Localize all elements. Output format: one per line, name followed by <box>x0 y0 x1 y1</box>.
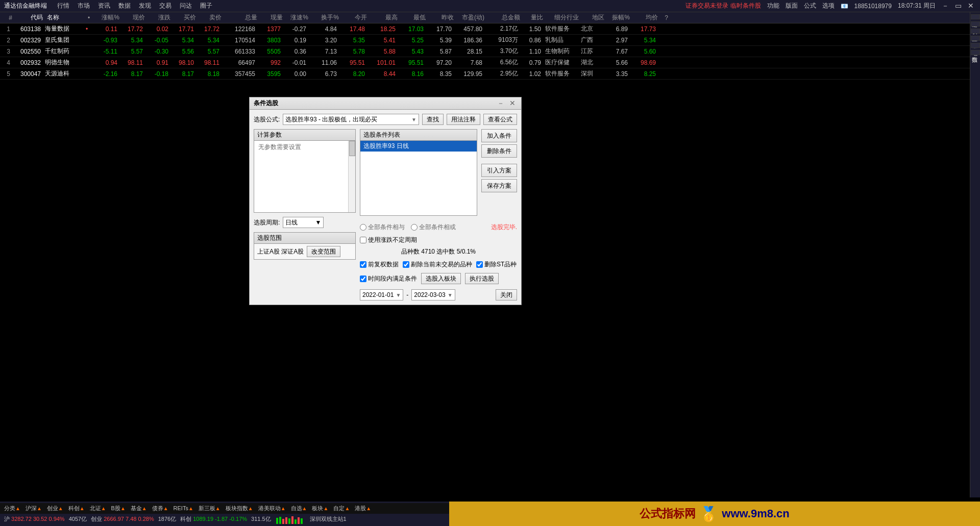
range-group: 选股范围 上证A股 深证A股 改变范围 <box>254 232 356 260</box>
conditions-area: 选股条件列表 选股胜率93 日线 加入条件 删除条件 引入方案 保存方案 <box>360 129 517 219</box>
condition-item[interactable]: 选股胜率93 日线 <box>360 141 477 152</box>
stats-text: 品种数 4710 选中数 5/0.1% <box>401 247 476 256</box>
dialog-title: 条件选股 <box>254 99 278 108</box>
period-select[interactable]: 日线 ▼ <box>283 217 324 228</box>
period-row: 选股周期: 日线 ▼ <box>254 217 356 228</box>
add-condition-button[interactable]: 加入条件 <box>481 129 517 142</box>
conditions-list-header: 选股条件列表 <box>360 130 477 141</box>
date-start-value: 2022-01-01 <box>362 291 394 298</box>
restore-rights-checkbox[interactable]: 前复权数据 <box>360 260 399 269</box>
execute-button[interactable]: 执行选股 <box>465 273 499 284</box>
period-select-arrow: ▼ <box>315 219 321 226</box>
conditions-list-content[interactable]: 选股胜率93 日线 <box>360 141 477 215</box>
conditions-list: 选股条件列表 选股胜率93 日线 <box>360 129 477 216</box>
select-complete-text: 选股完毕. <box>491 223 517 232</box>
formula-bar: 选股公式: 选股胜率93 - 出股极低，出现必买 ▼ 查找 用法注释 查看公式 <box>254 114 517 125</box>
range-group-title: 选股范围 <box>254 233 355 244</box>
dialog-titlebar: 条件选股 － ✕ <box>250 97 521 110</box>
save-plan-button[interactable]: 保存方案 <box>481 179 517 192</box>
period-value: 日线 <box>285 218 298 227</box>
date-range-row: 2022-01-01 ▼ - 2022-03-03 ▼ 关闭 <box>360 289 517 300</box>
import-plan-button[interactable]: 引入方案 <box>481 164 517 177</box>
params-group: 计算参数 无参数需要设置 <box>254 129 356 213</box>
date-start-input[interactable]: 2022-01-01 ▼ <box>360 289 403 300</box>
range-text: 上证A股 深证A股 <box>257 247 304 256</box>
dialog-minimize-button[interactable]: － <box>496 99 506 108</box>
two-panel: 计算参数 无参数需要设置 选股周期: 日线 ▼ <box>254 129 517 300</box>
params-group-title: 计算参数 <box>254 130 355 141</box>
params-scrollbar-thumb[interactable] <box>349 141 355 156</box>
formula-label: 选股公式: <box>254 115 280 124</box>
remove-no-trade-checkbox[interactable]: 剔除当前未交易的品种 <box>403 260 472 269</box>
action-buttons: 加入条件 删除条件 引入方案 保存方案 <box>481 129 517 219</box>
radio-status-row: 全部条件相与 全部条件相或 选股完毕. <box>360 221 517 234</box>
date-end-input[interactable]: 2022-03-03 ▼ <box>411 289 455 300</box>
radio-or[interactable]: 全部条件相或 <box>411 223 456 232</box>
stats-row: 品种数 4710 选中数 5/0.1% <box>360 246 517 257</box>
select-board-button[interactable]: 选股入板块 <box>421 273 461 284</box>
view-formula-button[interactable]: 查看公式 <box>483 114 517 125</box>
condition-stock-dialog: 条件选股 － ✕ 选股公式: 选股胜率93 - 出股极低，出现必买 ▼ 查找 用… <box>249 97 522 305</box>
period-label: 选股周期: <box>254 218 280 227</box>
left-panel: 计算参数 无参数需要设置 选股周期: 日线 ▼ <box>254 129 356 300</box>
date-separator: - <box>406 291 408 298</box>
use-rise-row: 使用涨跌不定周期 <box>360 236 517 244</box>
radio-and[interactable]: 全部条件相与 <box>360 223 405 232</box>
method-comment-button[interactable]: 用法注释 <box>447 114 480 125</box>
dialog-content: 选股公式: 选股胜率93 - 出股极低，出现必买 ▼ 查找 用法注释 查看公式 … <box>250 110 521 305</box>
params-group-content: 无参数需要设置 <box>254 141 355 212</box>
params-scrollbar[interactable] <box>348 141 355 212</box>
dialog-overlay: 条件选股 － ✕ 选股公式: 选股胜率93 - 出股极低，出现必买 ▼ 查找 用… <box>0 0 980 526</box>
change-range-button[interactable]: 改变范围 <box>307 246 340 257</box>
date-end-value: 2022-03-03 <box>414 291 445 298</box>
use-rise-checkbox[interactable]: 使用涨跌不定周期 <box>360 236 417 244</box>
dialog-close-button[interactable]: ✕ <box>508 99 517 108</box>
date-end-arrow[interactable]: ▼ <box>448 292 453 298</box>
formula-select-arrow: ▼ <box>411 117 416 122</box>
remove-st-checkbox[interactable]: 删除ST品种 <box>476 260 517 269</box>
checkbox-row-1: 前复权数据 剔除当前未交易的品种 删除ST品种 <box>360 259 517 270</box>
radio-row: 全部条件相与 全部条件相或 <box>360 221 456 234</box>
checkbox-row-2: 时间段内满足条件 选股入板块 执行选股 <box>360 272 517 285</box>
no-params-text: 无参数需要设置 <box>256 141 303 153</box>
time-range-checkbox[interactable]: 时间段内满足条件 <box>360 274 417 283</box>
range-group-content: 上证A股 深证A股 改变范围 <box>254 244 355 259</box>
right-panel: 选股条件列表 选股胜率93 日线 加入条件 删除条件 引入方案 保存方案 <box>360 129 517 300</box>
date-start-arrow[interactable]: ▼ <box>396 292 401 298</box>
formula-select[interactable]: 选股胜率93 - 出股极低，出现必买 ▼ <box>283 114 419 125</box>
search-button[interactable]: 查找 <box>422 114 444 125</box>
remove-condition-button[interactable]: 删除条件 <box>481 144 517 158</box>
dialog-title-controls: － ✕ <box>496 99 517 108</box>
formula-value: 选股胜率93 - 出股极低，出现必买 <box>285 115 377 124</box>
close-button[interactable]: 关闭 <box>496 289 517 300</box>
